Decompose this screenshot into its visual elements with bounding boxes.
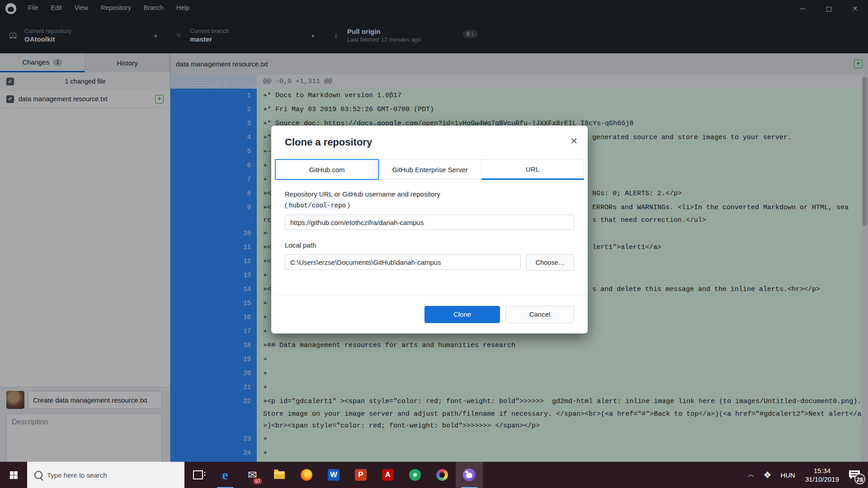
taskbar-app-mail[interactable]: ✉97 [239, 462, 266, 488]
menu-file[interactable]: File [22, 0, 45, 15]
restore-button[interactable] [816, 0, 842, 17]
cancel-button[interactable]: Cancel [505, 306, 574, 323]
notification-count-badge: 28 [854, 474, 865, 484]
start-button[interactable] [0, 462, 27, 488]
diff-gutter[interactable]: 17 [170, 324, 257, 338]
taskbar-app-acrobat[interactable]: A [374, 462, 401, 488]
diff-line-text: +<p id="gdcalert1" ><span style="color: … [257, 394, 868, 408]
diff-gutter[interactable]: 21 [170, 380, 257, 394]
dialog-tab-url[interactable]: URL [481, 159, 584, 180]
diff-line-text: + [257, 432, 868, 446]
diff-gutter[interactable] [170, 420, 257, 432]
chevron-down-icon: ▼ [153, 33, 158, 39]
diff-gutter[interactable]: 1 [170, 89, 257, 103]
diff-gutter[interactable]: 4 [170, 131, 257, 145]
changed-file-row[interactable]: ✔ data management resource.txt + [0, 90, 170, 108]
taskbar-app-edge[interactable]: e [212, 462, 239, 488]
dialog-tab-github-enterprise-server[interactable]: GitHub Enterprise Server [379, 159, 481, 180]
menu-help[interactable]: Help [170, 0, 196, 15]
local-path-input[interactable] [285, 254, 521, 270]
menu-view[interactable]: View [68, 0, 94, 15]
diff-line-row: 19+ [170, 352, 868, 366]
taskbar-app-file-explorer[interactable] [266, 462, 293, 488]
tray-expand-chevron-icon[interactable]: ︿ [743, 462, 759, 488]
close-button[interactable]: ✕ [842, 0, 868, 17]
minimize-button[interactable] [789, 0, 816, 17]
diff-gutter[interactable]: 6 [170, 159, 257, 173]
changes-sidebar: Changes 1 History ✔ 1 changed file ✔ dat… [0, 53, 170, 462]
diff-line-row: 24+ [170, 446, 868, 460]
branch-icon: ⑂ [174, 31, 184, 40]
diff-line-number: 24 [213, 446, 256, 460]
tab-changes[interactable]: Changes 1 [0, 53, 85, 72]
diff-line-number: 16 [213, 310, 256, 324]
diff-gutter[interactable]: 19 [170, 352, 257, 366]
diff-line-number: 10 [213, 226, 256, 240]
taskbar-app-paint[interactable] [429, 462, 456, 488]
tab-history-label: History [117, 59, 138, 67]
menu-repository[interactable]: Repository [94, 0, 137, 15]
dialog-close-icon[interactable]: ✕ [570, 136, 578, 146]
taskbar-app-gitkraken[interactable] [401, 462, 429, 488]
diff-line-row: 22+<p id="gdcalert1" ><span style="color… [170, 394, 868, 408]
diff-gutter[interactable]: 8 [170, 187, 257, 201]
diff-gutter[interactable]: 2 [170, 103, 257, 117]
diff-line-number [213, 75, 256, 89]
taskbar-app-word[interactable]: W [320, 462, 347, 488]
dialog-tab-github-com[interactable]: GitHub.com [275, 159, 379, 180]
diff-gutter[interactable]: 5 [170, 145, 257, 159]
title-bar: FileEditViewRepositoryBranchHelp ✕ [0, 0, 868, 18]
commit-summary-input[interactable] [28, 391, 162, 409]
tab-history[interactable]: History [85, 53, 170, 72]
file-checkbox[interactable]: ✔ [6, 95, 14, 103]
diff-gutter[interactable]: 14 [170, 282, 257, 296]
diff-line-text: + [257, 446, 868, 460]
diff-gutter[interactable]: 15 [170, 296, 257, 310]
clone-button[interactable]: Clone [425, 306, 500, 323]
language-indicator[interactable]: HUN [776, 462, 800, 488]
current-repository-selector[interactable]: 🕮 Current repository OAtoolkit ▼ [0, 17, 166, 53]
diff-line-text: + [257, 366, 868, 380]
menu-edit[interactable]: Edit [45, 0, 68, 15]
diff-gutter[interactable]: 10 [170, 226, 257, 240]
diff-gutter[interactable]: 18 [170, 338, 257, 352]
diff-gutter[interactable]: 23 [170, 432, 257, 446]
diff-line-row: 2+* Fri May 03 2019 03:52:26 GMT-0700 (P… [170, 103, 868, 117]
diff-line-number: 17 [213, 324, 256, 338]
diff-gutter[interactable]: 11 [170, 240, 257, 254]
select-all-checkbox[interactable]: ✔ [6, 78, 14, 85]
clone-repository-dialog: Clone a repository ✕ GitHub.comGitHub En… [271, 126, 588, 333]
repository-url-hint: (hubot/cool-repo) [285, 200, 574, 211]
diff-gutter[interactable]: 16 [170, 310, 257, 324]
diff-gutter[interactable]: 22 [170, 394, 257, 408]
dropbox-tray-icon[interactable]: ❖ [759, 462, 776, 488]
diff-gutter[interactable]: 12 [170, 254, 257, 268]
taskbar-app-github-desktop[interactable] [456, 462, 483, 488]
repository-url-input[interactable] [285, 215, 574, 230]
diff-scrollbar-thumb[interactable] [863, 77, 867, 226]
diff-gutter[interactable]: 24 [170, 446, 257, 460]
diff-gutter[interactable]: 9 [170, 201, 257, 215]
diff-gutter[interactable] [170, 75, 257, 89]
taskbar-app-task-view[interactable] [184, 462, 212, 488]
diff-gutter[interactable]: 13 [170, 268, 257, 282]
diff-line-text: + [257, 380, 868, 394]
diff-gutter[interactable] [170, 215, 257, 226]
diff-gutter[interactable]: 3 [170, 117, 257, 131]
diff-gutter[interactable]: 7 [170, 173, 257, 187]
diff-gutter[interactable] [170, 408, 257, 420]
action-center-button[interactable]: 28 [844, 462, 868, 488]
taskbar-app-firefox[interactable] [293, 462, 320, 488]
changed-files-summary: 1 changed file [19, 78, 152, 85]
taskbar-app-powerpoint[interactable]: P [347, 462, 374, 488]
diff-line-number: 9 [213, 201, 256, 215]
menu-branch[interactable]: Branch [137, 0, 170, 15]
github-desktop-icon [463, 469, 476, 481]
diff-hunk-header-row: @@ -0,0 +1,311 @@ [170, 75, 868, 89]
taskbar-clock[interactable]: 15:34 31/10/2019 [800, 462, 844, 488]
taskbar-search[interactable]: Type here to search [27, 462, 184, 488]
current-branch-selector[interactable]: ⑂ Current branch master ▼ [165, 17, 323, 53]
pull-origin-button[interactable]: ↓ Pull origin Last fetched 12 minutes ag… [323, 17, 486, 53]
diff-gutter[interactable]: 20 [170, 366, 257, 380]
choose-button[interactable]: Choose… [526, 254, 574, 271]
